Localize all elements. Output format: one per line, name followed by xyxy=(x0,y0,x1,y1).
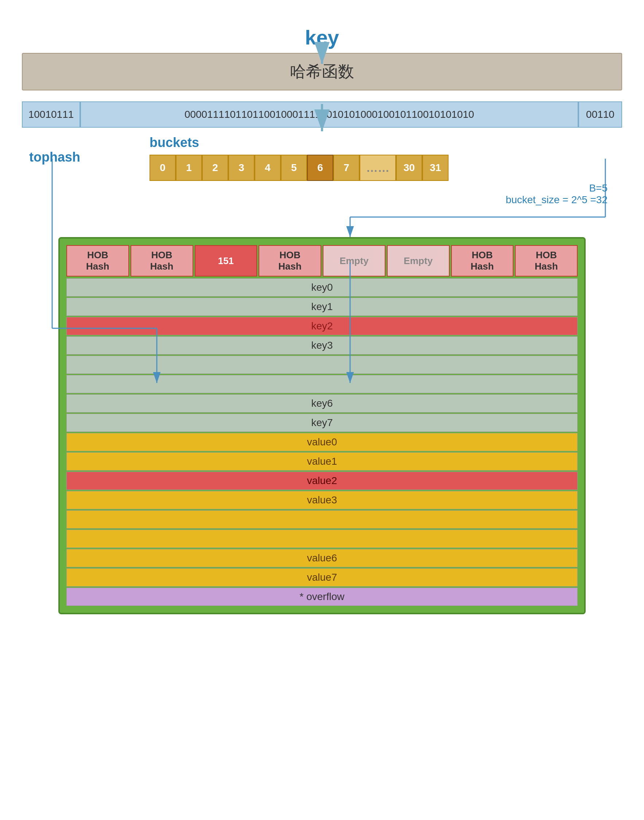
th-cell-6: HOBHash xyxy=(451,245,514,276)
overflow-row: * overflow xyxy=(66,588,578,606)
bucket-7: 7 xyxy=(333,155,360,181)
key6-label: key6 xyxy=(311,398,333,409)
th-cell-1: HOBHash xyxy=(130,245,193,276)
key-row-0: key0 xyxy=(66,278,578,296)
key2-label: key2 xyxy=(311,320,333,332)
value0-label: value0 xyxy=(307,436,337,448)
binary-middle: 0000111101101100100011110010101000100101… xyxy=(80,101,578,127)
key-row-7: key7 xyxy=(66,414,578,432)
th-cell-3: HOBHash xyxy=(259,245,321,276)
value3-label: value3 xyxy=(307,494,337,505)
labels-section: tophash buckets 0 1 2 3 4 5 6 7 …… 30 31… xyxy=(22,127,622,230)
key-label: key xyxy=(305,26,339,49)
key-row-5-empty xyxy=(66,375,578,393)
value1-label: value1 xyxy=(307,456,337,467)
key-row-4-empty xyxy=(66,356,578,374)
bucket-31: 31 xyxy=(422,155,449,181)
bucket-5: 5 xyxy=(281,155,307,181)
overflow-label: * overflow xyxy=(300,591,345,602)
bucket-2: 2 xyxy=(202,155,228,181)
key-row-2: key2 xyxy=(66,317,578,335)
binary-left-value: 10010111 xyxy=(28,109,74,120)
value-row-6: value6 xyxy=(66,549,578,567)
th-cell-0: HOBHash xyxy=(66,245,129,276)
bucket-6: 6 xyxy=(307,155,333,181)
hash-function-box: 哈希函数 xyxy=(22,53,622,91)
value2-label: value2 xyxy=(307,475,337,486)
key3-label: key3 xyxy=(311,339,333,351)
bucket-4: 4 xyxy=(255,155,281,181)
diagram-container: key 哈希函数 10010111 0000111101101100100011… xyxy=(0,0,644,629)
key-row-3: key3 xyxy=(66,336,578,355)
key-row-1: key1 xyxy=(66,298,578,316)
value-row-5-empty xyxy=(66,530,578,548)
th-cell-7: HOBHash xyxy=(515,245,578,276)
hash-function-label: 哈希函数 xyxy=(290,62,354,80)
tophash-cells-row: HOBHash HOBHash 151 HOBHash Empty Empty … xyxy=(66,244,578,277)
th-cell-2-highlighted: 151 xyxy=(195,245,258,276)
value-row-1: value1 xyxy=(66,452,578,471)
value-row-0: value0 xyxy=(66,433,578,451)
binary-right-value: 00110 xyxy=(586,109,615,120)
value-row-2: value2 xyxy=(66,471,578,490)
binary-left: 10010111 xyxy=(22,101,80,127)
th-cell-4-empty: Empty xyxy=(323,245,385,276)
value6-label: value6 xyxy=(307,552,337,564)
value-row-4-empty xyxy=(66,510,578,528)
key1-label: key1 xyxy=(311,301,333,312)
buckets-section: buckets 0 1 2 3 4 5 6 7 …… 30 31 B=5 buc… xyxy=(150,135,622,181)
bucket-detail-box: HOBHash HOBHash 151 HOBHash Empty Empty … xyxy=(58,237,586,614)
key0-label: key0 xyxy=(311,282,333,293)
binary-right: 00110 xyxy=(578,101,622,127)
bucket-dots: …… xyxy=(360,155,396,181)
value-row-3: value3 xyxy=(66,491,578,509)
bucket-0: 0 xyxy=(150,155,176,181)
b-value: B=5 xyxy=(506,183,607,194)
bucket-1: 1 xyxy=(176,155,202,181)
binary-middle-value: 0000111101101100100011110010101000100101… xyxy=(184,109,474,120)
bucket-size-formula: bucket_size = 2^5 =32 xyxy=(506,194,607,206)
value7-label: value7 xyxy=(307,571,337,583)
bucket-30: 30 xyxy=(396,155,422,181)
tophash-label: tophash xyxy=(29,150,80,165)
key-row-6: key6 xyxy=(66,394,578,413)
bucket-size-text: B=5 bucket_size = 2^5 =32 xyxy=(506,183,607,206)
key7-label: key7 xyxy=(311,417,333,428)
bucket-3: 3 xyxy=(228,155,255,181)
buckets-label: buckets xyxy=(150,135,622,150)
value-row-7: value7 xyxy=(66,568,578,587)
th-cell-5-empty: Empty xyxy=(387,245,450,276)
buckets-row: 0 1 2 3 4 5 6 7 …… 30 31 xyxy=(150,155,622,181)
binary-output-row: 10010111 0000111101101100100011110010101… xyxy=(22,101,622,127)
